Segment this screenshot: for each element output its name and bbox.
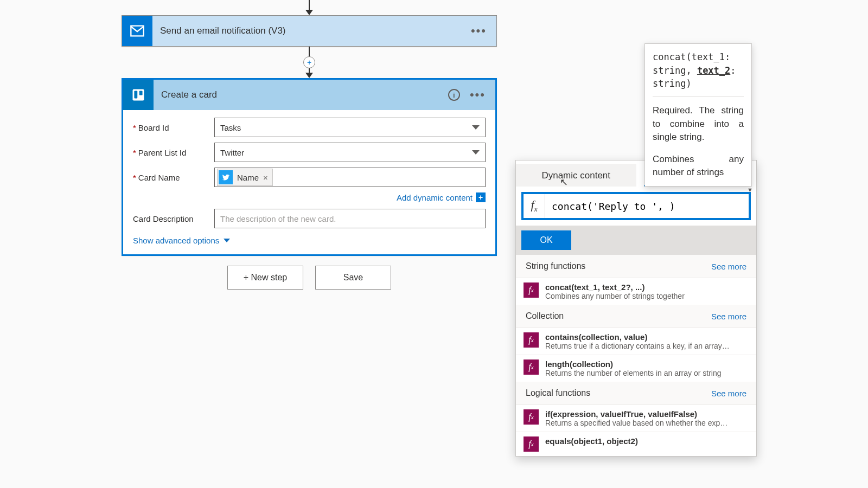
mail-icon bbox=[122, 16, 152, 46]
label-parent-list-id: *Parent List Id bbox=[133, 148, 214, 157]
flow-canvas: Send an email notification (V3) ••• + Cr… bbox=[122, 0, 497, 256]
input-card-description[interactable]: The description of the new card. bbox=[214, 209, 486, 228]
connector-arrow bbox=[122, 0, 497, 15]
section-string-functions: String functions See more bbox=[516, 255, 756, 278]
function-concat[interactable]: fx concat(text_1, text_2?, ...) Combines… bbox=[516, 278, 756, 305]
see-more-link[interactable]: See more bbox=[711, 262, 746, 271]
info-icon[interactable]: i bbox=[448, 89, 460, 101]
ellipsis-icon[interactable]: ••• bbox=[471, 25, 487, 37]
action-card-trello: Create a card i ••• *Board Id Tasks *Par… bbox=[122, 78, 497, 256]
action-title: Send an email notification (V3) bbox=[152, 25, 471, 36]
see-more-link[interactable]: See more bbox=[711, 312, 746, 321]
expression-input-row: fx bbox=[521, 192, 751, 220]
signature-tooltip: concat(text_1: string, text_2: string) R… bbox=[644, 43, 752, 187]
fx-icon: fx bbox=[524, 359, 539, 375]
expression-input[interactable] bbox=[545, 201, 749, 212]
fx-icon: fx bbox=[524, 282, 539, 298]
remove-token-icon[interactable]: × bbox=[263, 173, 268, 182]
save-button[interactable]: Save bbox=[315, 266, 391, 290]
function-list[interactable]: String functions See more fx concat(text… bbox=[516, 255, 756, 456]
chevron-down-icon bbox=[472, 150, 480, 155]
chevron-down-icon bbox=[224, 239, 230, 242]
chevron-down-icon bbox=[472, 125, 480, 130]
input-card-name[interactable]: Name × bbox=[214, 168, 486, 187]
select-parent-list-id[interactable]: Twitter bbox=[214, 143, 486, 162]
dynamic-token-name[interactable]: Name × bbox=[217, 169, 273, 186]
label-card-name: *Card Name bbox=[133, 173, 214, 182]
section-collection: Collection See more bbox=[516, 305, 756, 328]
twitter-icon bbox=[219, 170, 233, 184]
label-board-id: *Board Id bbox=[133, 123, 214, 132]
expression-panel: Dynamic content Expression ▲ 2/2 ▼ fx OK… bbox=[515, 160, 757, 457]
add-dynamic-content-link[interactable]: Add dynamic content bbox=[397, 193, 473, 202]
fx-icon: fx bbox=[524, 332, 539, 348]
see-more-link[interactable]: See more bbox=[711, 389, 746, 398]
new-step-button[interactable]: + New step bbox=[227, 266, 303, 290]
label-card-description: Card Description bbox=[133, 214, 214, 223]
action-card-email[interactable]: Send an email notification (V3) ••• bbox=[122, 15, 497, 47]
svg-rect-1 bbox=[134, 91, 137, 98]
select-board-id[interactable]: Tasks bbox=[214, 118, 486, 137]
add-action-button[interactable]: + bbox=[303, 56, 315, 68]
fx-icon: fx bbox=[524, 409, 539, 425]
function-equals[interactable]: fx equals(object1, object2) bbox=[516, 432, 756, 456]
fx-icon: fx bbox=[524, 194, 545, 218]
action-title: Create a card bbox=[154, 89, 448, 100]
section-logical-functions: Logical functions See more bbox=[516, 382, 756, 404]
trello-icon bbox=[123, 80, 154, 110]
function-length[interactable]: fx length(collection) Returns the number… bbox=[516, 355, 756, 382]
plus-icon[interactable]: + bbox=[476, 192, 486, 202]
fx-icon: fx bbox=[524, 436, 539, 452]
show-advanced-toggle[interactable]: Show advanced options bbox=[133, 234, 230, 245]
ok-button[interactable]: OK bbox=[521, 230, 571, 250]
scroll-down-icon[interactable]: ▼ bbox=[747, 187, 753, 193]
tab-dynamic-content[interactable]: Dynamic content bbox=[516, 164, 636, 187]
function-contains[interactable]: fx contains(collection, value) Returns t… bbox=[516, 328, 756, 355]
svg-rect-2 bbox=[139, 91, 143, 95]
function-if[interactable]: fx if(expression, valueIfTrue, valueIfFa… bbox=[516, 404, 756, 432]
ellipsis-icon[interactable]: ••• bbox=[470, 89, 486, 101]
